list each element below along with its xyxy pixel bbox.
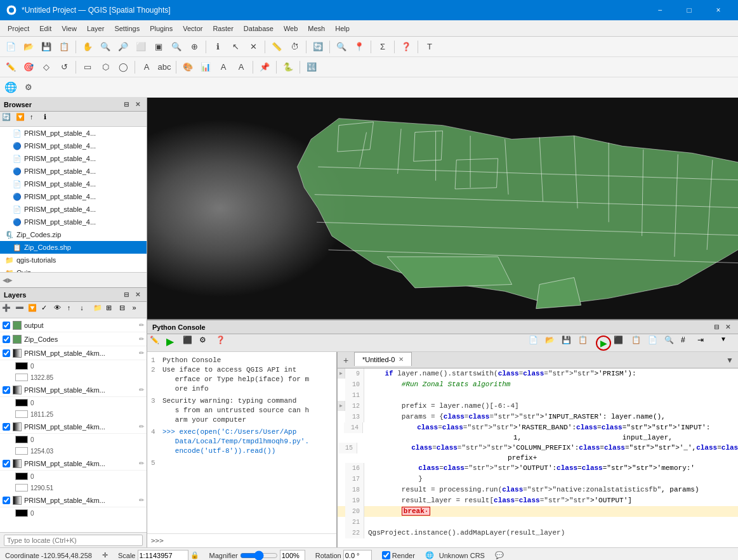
menu-item-layer[interactable]: Layer [82, 23, 110, 34]
browser-item[interactable]: 📄PRISM_ppt_stable_4... [0, 178, 147, 190]
remove-layer-button[interactable]: ➖ [15, 304, 28, 316]
layer-up-button[interactable]: ↑ [67, 304, 80, 316]
layer-checkbox[interactable] [3, 460, 10, 467]
browser-item[interactable]: 📁qgis-tutorials [0, 254, 147, 266]
editor-paste-button[interactable]: 📄 [648, 335, 663, 351]
help-button[interactable]: ❓ [398, 39, 414, 55]
measure-button[interactable]: 📏 [268, 39, 285, 55]
browser-item[interactable]: 📄PRISM_ppt_stable_4... [0, 203, 147, 216]
editor-settings-button[interactable]: # [681, 335, 696, 351]
editor-open-button[interactable]: 📂 [545, 335, 560, 351]
menu-item-help[interactable]: Help [330, 23, 355, 34]
browser-item[interactable]: 📋Zip_Codes.shp [0, 241, 147, 254]
menu-item-plugins[interactable]: Plugins [145, 23, 178, 34]
magnifier-slider[interactable] [240, 550, 278, 561]
python-console-close-button[interactable]: ✕ [723, 322, 733, 332]
layer-item[interactable]: Zip_Codes ✏ [0, 332, 147, 346]
browser-item[interactable]: 🔵PRISM_ppt_stable_4... [0, 190, 147, 203]
layer-item[interactable]: PRISM_ppt_stable_4km... ✏ [0, 346, 147, 360]
render-checkbox[interactable] [382, 551, 390, 559]
editor-run-button[interactable]: ▶ [596, 335, 611, 351]
pan-button[interactable]: ✋ [79, 39, 96, 55]
menu-item-web[interactable]: Web [279, 23, 303, 34]
filter-layer-button[interactable]: 🔽 [28, 304, 41, 316]
browser-filter-button[interactable]: 🔽 [16, 113, 29, 126]
search-button[interactable]: 🔍 [333, 39, 350, 55]
save-as-button[interactable]: 📋 [56, 39, 72, 55]
new-tab-button[interactable]: + [338, 352, 354, 368]
browser-close-button[interactable]: ✕ [133, 100, 143, 110]
location-button[interactable]: 📍 [351, 39, 367, 55]
browser-item[interactable]: 📁Quiz [0, 266, 147, 272]
console-options-button[interactable]: ⚙ [199, 335, 214, 351]
console-stop-button[interactable]: ⬛ [183, 335, 198, 351]
layer-item[interactable]: PRISM_ppt_stable_4km... ✏ [0, 457, 147, 471]
editor-expand-button[interactable]: ▼ [720, 335, 735, 351]
editor-tab-untitled[interactable]: *Untitled-0 ✕ [354, 352, 412, 366]
browser-refresh-button[interactable]: 🔄 [2, 113, 15, 126]
toggle-vis-button[interactable]: 👁 [54, 304, 67, 316]
calculator-button[interactable]: Σ [374, 39, 391, 55]
console-run-button[interactable]: ▶ [166, 335, 181, 351]
zoom-out-button[interactable]: 🔎 [115, 39, 131, 55]
deselect-button[interactable]: ✕ [245, 39, 261, 55]
layers-close-button[interactable]: ✕ [133, 290, 143, 300]
menu-item-raster[interactable]: Raster [208, 23, 238, 34]
editor-find-button[interactable]: 🔍 [664, 335, 680, 351]
style-button[interactable]: 🎨 [180, 59, 196, 75]
more-layers-button[interactable]: » [132, 304, 145, 316]
layer-down-button[interactable]: ↓ [80, 304, 93, 316]
layer-item[interactable]: PRISM_ppt_stable_4km... ✏ [0, 383, 147, 397]
add-layer-button[interactable]: ➕ [2, 304, 15, 316]
layer-checkbox[interactable] [3, 349, 10, 357]
layer-item[interactable]: PRISM_ppt_stable_4km... ✏ [0, 493, 147, 507]
layers-collapse-button[interactable]: ⊟ [121, 290, 131, 300]
new-project-button[interactable]: 📄 [3, 39, 19, 55]
console-input[interactable] [166, 537, 333, 545]
refresh-button[interactable]: 🔄 [310, 39, 326, 55]
python-console-collapse-button[interactable]: ⊟ [711, 322, 722, 332]
editor-stop-button[interactable]: ⬛ [614, 335, 629, 351]
select-poly-button[interactable]: ⬡ [97, 59, 114, 75]
code-editor[interactable]: ▶ 9 if layer.name().startswith(class=cla… [338, 368, 738, 547]
browser-collapse-button[interactable]: ⊟ [121, 100, 131, 110]
select-rect-button[interactable]: ▭ [79, 59, 96, 75]
browser-item[interactable]: 🔵PRISM_ppt_stable_4... [0, 216, 147, 228]
browser-item[interactable]: 🗜️Zip_Codes.zip [0, 228, 147, 241]
field-calc-button[interactable]: 🔣 [303, 59, 320, 75]
menu-item-edit[interactable]: Edit [34, 23, 56, 34]
tab-close-button[interactable]: ✕ [399, 356, 404, 363]
magnifier-input[interactable] [280, 550, 305, 561]
menu-item-database[interactable]: Database [239, 23, 279, 34]
editor-new-button[interactable]: 📄 [529, 335, 544, 351]
browser-item[interactable]: 📄PRISM_ppt_stable_4... [0, 127, 147, 140]
snap-button[interactable]: 🎯 [20, 59, 37, 75]
vertex-button[interactable]: ◇ [38, 59, 55, 75]
text-button[interactable]: T [421, 39, 438, 55]
zoom-in-button[interactable]: 🔍 [97, 39, 114, 55]
browser-info-button[interactable]: ℹ [44, 113, 56, 126]
console-clear-button[interactable]: ✏️ [150, 335, 165, 351]
zoom-select-button[interactable]: 🔍 [168, 39, 185, 55]
collapse-all-button[interactable]: ⊟ [119, 304, 132, 316]
browser-item[interactable]: 📄PRISM_ppt_stable_4... [0, 152, 147, 165]
select-all-button[interactable]: ✓ [41, 304, 54, 316]
select-circle-button[interactable]: ◯ [115, 59, 131, 75]
close-button[interactable]: × [704, 0, 733, 20]
scale-input[interactable] [138, 550, 188, 561]
select-button[interactable]: ↖ [227, 39, 244, 55]
label-button[interactable]: A [138, 59, 155, 75]
menu-item-vector[interactable]: Vector [178, 23, 208, 34]
processing-button[interactable]: ⚙ [20, 79, 37, 96]
open-project-button[interactable]: 📂 [20, 39, 37, 55]
identify-button[interactable]: ℹ [209, 39, 226, 55]
layer-checkbox[interactable] [3, 322, 10, 329]
browser-item[interactable]: 🔵PRISM_ppt_stable_4... [0, 140, 147, 152]
rotate-button[interactable]: ↺ [56, 59, 72, 75]
map-area[interactable] [147, 98, 738, 319]
attr-table-button[interactable]: abc [156, 59, 173, 75]
minimize-button[interactable]: − [645, 0, 675, 20]
python-script-button[interactable]: 🐍 [280, 59, 296, 75]
browser-collapse-all-button[interactable]: ↑ [30, 113, 43, 126]
qgis-icon-button[interactable]: 🌐 [3, 79, 19, 96]
